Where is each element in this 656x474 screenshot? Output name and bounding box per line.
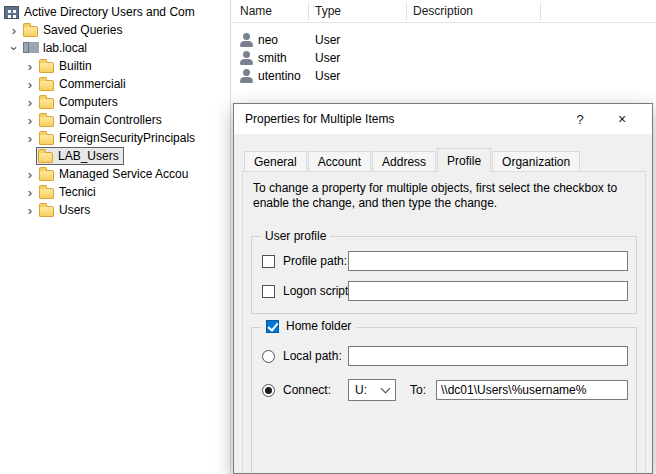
logon-script-checkbox[interactable]	[262, 285, 275, 298]
group-label: User profile	[261, 229, 330, 243]
tree-item-users[interactable]: Users	[0, 201, 230, 219]
tree-item-lab-local[interactable]: lab.local	[0, 39, 230, 57]
folder-icon	[39, 98, 54, 109]
tree-item-managed-service-accounts[interactable]: Managed Service Accou	[0, 165, 230, 183]
chevron-right-icon[interactable]	[24, 77, 36, 92]
folder-icon	[39, 62, 54, 73]
user-profile-group: User profile Profile path: Logon script:	[251, 236, 637, 314]
help-button[interactable]: ?	[560, 105, 600, 133]
profile-path-input[interactable]	[348, 251, 628, 271]
column-divider[interactable]	[540, 3, 541, 20]
domain-icon	[23, 42, 38, 54]
list-body: neo User smith User utentino User	[232, 23, 656, 85]
column-header-description[interactable]: Description	[413, 0, 473, 22]
chevron-right-icon[interactable]	[24, 59, 36, 74]
tree-item-builtin[interactable]: Builtin	[0, 57, 230, 75]
to-label: To:	[410, 383, 426, 397]
tree-item-label: Commerciali	[59, 77, 126, 91]
chevron-right-icon[interactable]	[24, 113, 36, 128]
connect-radio[interactable]	[262, 384, 275, 397]
home-folder-label: Home folder	[286, 319, 351, 333]
tree-item-label: LAB_Users	[58, 149, 119, 163]
home-folder-caption: Home folder	[261, 319, 356, 333]
tree-item-foreign-security-principals[interactable]: ForeignSecurityPrincipals	[0, 129, 230, 147]
tree-item-computers[interactable]: Computers	[0, 93, 230, 111]
tree-item-label: lab.local	[43, 41, 87, 55]
tree-item-tecnici[interactable]: Tecnici	[0, 183, 230, 201]
user-name: smith	[258, 51, 287, 65]
chevron-right-icon[interactable]	[24, 167, 36, 182]
folder-icon	[39, 206, 54, 217]
tree-item-label: Builtin	[59, 59, 92, 73]
column-divider[interactable]	[308, 3, 309, 20]
user-name: neo	[258, 33, 278, 47]
tree-item-label: Saved Queries	[43, 23, 122, 37]
chevron-right-icon[interactable]	[24, 203, 36, 218]
local-path-label: Local path:	[283, 349, 342, 363]
tab-organization[interactable]: Organization	[492, 151, 580, 171]
tree-item-aduc-root[interactable]: Active Directory Users and Com	[0, 3, 230, 21]
folder-icon	[39, 134, 54, 145]
instruction-text: To change a property for multiple object…	[253, 181, 641, 211]
tree-item-label: Domain Controllers	[59, 113, 162, 127]
selected-tree-item[interactable]: LAB_Users	[36, 147, 124, 165]
chevron-right-icon[interactable]	[24, 95, 36, 110]
drive-letter-select[interactable]: U:	[348, 379, 396, 401]
dialog-title-bar[interactable]: Properties for Multiple Items ? ×	[234, 104, 652, 134]
chevron-down-icon	[381, 384, 391, 394]
connect-label: Connect:	[283, 383, 331, 397]
user-icon	[240, 69, 253, 83]
profile-path-row: Profile path:	[262, 254, 347, 268]
folder-icon	[39, 188, 54, 199]
drive-letter-value: U:	[355, 383, 367, 397]
profile-path-checkbox[interactable]	[262, 255, 275, 268]
chevron-right-icon[interactable]	[24, 131, 36, 146]
logon-script-row: Logon script:	[262, 284, 352, 298]
column-header-name[interactable]: Name	[240, 0, 272, 22]
properties-dialog: Properties for Multiple Items ? × Genera…	[233, 103, 653, 474]
tab-account[interactable]: Account	[308, 151, 371, 171]
close-button[interactable]: ×	[602, 105, 642, 133]
user-type: User	[315, 49, 340, 67]
column-divider[interactable]	[406, 3, 407, 20]
folder-icon	[39, 80, 54, 91]
folder-icon	[38, 152, 53, 163]
aduc-root-icon	[4, 6, 19, 19]
tree-item-label: Tecnici	[59, 185, 96, 199]
tab-general[interactable]: General	[244, 151, 307, 171]
tree-item-lab-users[interactable]: LAB_Users	[0, 147, 230, 165]
user-icon	[240, 51, 253, 65]
connect-row: Connect:	[262, 383, 331, 397]
folder-icon	[39, 170, 54, 181]
profile-tab-panel: To change a property for multiple object…	[242, 171, 646, 474]
tab-strip: General Account Address Profile Organiza…	[244, 151, 581, 171]
user-type: User	[315, 31, 340, 49]
local-path-radio[interactable]	[262, 350, 275, 363]
folder-icon	[39, 116, 54, 127]
user-type: User	[315, 67, 340, 85]
home-folder-group: Home folder Local path: Connect: U: To:	[251, 327, 637, 474]
user-name: utentino	[258, 69, 301, 83]
chevron-down-icon[interactable]	[8, 41, 20, 56]
local-path-row: Local path:	[262, 349, 342, 363]
list-item-smith[interactable]: smith User	[232, 49, 656, 67]
logon-script-input[interactable]	[348, 281, 628, 301]
logon-script-label: Logon script:	[283, 284, 352, 298]
tab-address[interactable]: Address	[372, 151, 436, 171]
tree-item-label: Computers	[59, 95, 118, 109]
tree-item-domain-controllers[interactable]: Domain Controllers	[0, 111, 230, 129]
column-header-type[interactable]: Type	[315, 0, 341, 22]
console-tree-pane: Active Directory Users and Com Saved Que…	[0, 0, 231, 474]
chevron-right-icon[interactable]	[24, 185, 36, 200]
chevron-right-icon[interactable]	[8, 23, 20, 38]
list-item-neo[interactable]: neo User	[232, 31, 656, 49]
tree-item-commerciali[interactable]: Commerciali	[0, 75, 230, 93]
connect-path-input[interactable]	[436, 380, 628, 400]
folder-icon	[23, 26, 38, 37]
tab-profile[interactable]: Profile	[437, 148, 491, 172]
tree-item-saved-queries[interactable]: Saved Queries	[0, 21, 230, 39]
home-folder-checkbox[interactable]	[266, 320, 279, 333]
list-item-utentino[interactable]: utentino User	[232, 67, 656, 85]
user-icon	[240, 33, 253, 47]
local-path-input[interactable]	[348, 346, 628, 366]
